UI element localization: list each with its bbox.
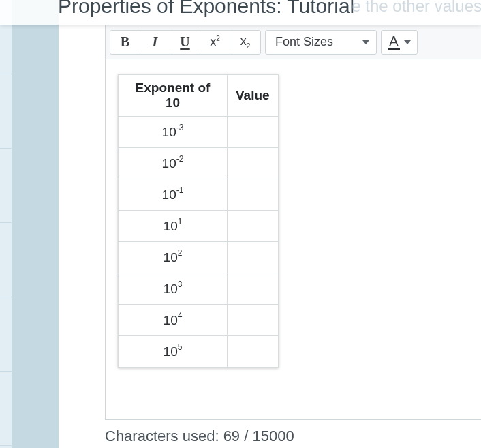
nav-segment[interactable] (0, 372, 12, 446)
exponent-cell[interactable]: 104 (119, 305, 228, 336)
bold-button[interactable]: B (110, 31, 140, 54)
exponent-cell[interactable]: 103 (119, 273, 228, 305)
text-color-dropdown[interactable]: A (382, 31, 417, 54)
table-row[interactable]: 104 (119, 305, 279, 336)
underline-icon: U (180, 34, 189, 50)
table-row[interactable]: 10-3 (119, 117, 279, 148)
exponent-value: 5 (178, 342, 183, 352)
value-cell[interactable] (228, 305, 279, 336)
value-cell[interactable] (228, 242, 279, 273)
chevron-down-icon (404, 40, 411, 44)
base-value: 10 (164, 344, 178, 359)
font-size-label: Font Sizes (275, 35, 333, 49)
chevron-down-icon (362, 40, 369, 44)
nav-segment[interactable] (0, 149, 12, 223)
subscript-button[interactable]: x2 (230, 31, 260, 54)
exponent-value: -1 (176, 185, 184, 195)
font-size-group: Font Sizes (265, 30, 377, 55)
table-header-exponent: Exponent of 10 (119, 75, 228, 117)
superscript-icon: x2 (210, 35, 220, 49)
exponent-value: 1 (178, 217, 183, 226)
table-row[interactable]: 10-1 (119, 179, 279, 211)
base-value: 10 (162, 188, 176, 203)
character-count: Characters used: 69 / 15000 (105, 428, 294, 445)
table-row[interactable]: 105 (119, 336, 279, 368)
text-color-group: A (381, 30, 418, 55)
table-row[interactable]: 103 (119, 273, 279, 305)
nav-segment[interactable] (0, 74, 12, 149)
editor-body[interactable]: Exponent of 10 Value 10-310-210-11011021… (106, 59, 481, 419)
base-value: 10 (164, 219, 178, 234)
nav-segment[interactable] (0, 223, 12, 297)
base-value: 10 (164, 313, 178, 328)
text-color-icon: A (388, 34, 399, 50)
base-value: 10 (164, 282, 178, 297)
table-row[interactable]: 101 (119, 211, 279, 242)
font-size-dropdown[interactable]: Font Sizes (266, 31, 376, 54)
exponent-value: 4 (178, 311, 183, 320)
page-title: Properties of Exponents: Tutorial (58, 0, 354, 12)
table-row[interactable]: 102 (119, 242, 279, 273)
exponent-value: 3 (178, 280, 183, 289)
italic-icon: I (153, 34, 158, 50)
value-cell[interactable] (228, 273, 279, 305)
exponent-cell[interactable]: 101 (119, 211, 228, 242)
editor-toolbar: B I U x2 x2 Font Sizes (106, 25, 481, 59)
value-cell[interactable] (228, 336, 279, 368)
exponent-value: -2 (176, 154, 184, 164)
superscript-button[interactable]: x2 (200, 31, 230, 54)
exponent-value: 2 (178, 248, 183, 258)
italic-button[interactable]: I (140, 31, 170, 54)
left-nav-rail (0, 0, 12, 448)
table-row[interactable]: 10-2 (119, 148, 279, 179)
base-value: 10 (162, 156, 176, 171)
rich-text-editor: B I U x2 x2 Font Sizes (105, 25, 481, 420)
exponent-cell[interactable]: 105 (119, 336, 228, 368)
base-value: 10 (162, 125, 176, 140)
value-cell[interactable] (228, 179, 279, 211)
format-group: B I U x2 x2 (110, 30, 261, 55)
underline-button[interactable]: U (170, 31, 200, 54)
exponents-table[interactable]: Exponent of 10 Value 10-310-210-11011021… (118, 74, 279, 368)
base-value: 10 (164, 250, 178, 265)
bold-icon: B (121, 34, 129, 50)
nav-segment[interactable] (0, 297, 12, 372)
exponent-cell[interactable]: 10-3 (119, 117, 228, 148)
exponent-cell[interactable]: 102 (119, 242, 228, 273)
content-panel: B I U x2 x2 Font Sizes (59, 0, 481, 448)
value-cell[interactable] (228, 211, 279, 242)
exponent-cell[interactable]: 10-2 (119, 148, 228, 179)
subscript-icon: x2 (240, 34, 251, 50)
value-cell[interactable] (228, 148, 279, 179)
exponent-value: -3 (176, 123, 184, 132)
table-header-value: Value (228, 75, 279, 117)
value-cell[interactable] (228, 117, 279, 148)
page-header: Properties of Exponents: Tutorial e the … (0, 0, 481, 25)
exponent-cell[interactable]: 10-1 (119, 179, 228, 211)
page-subtitle-ghost: e the other values (352, 0, 481, 12)
